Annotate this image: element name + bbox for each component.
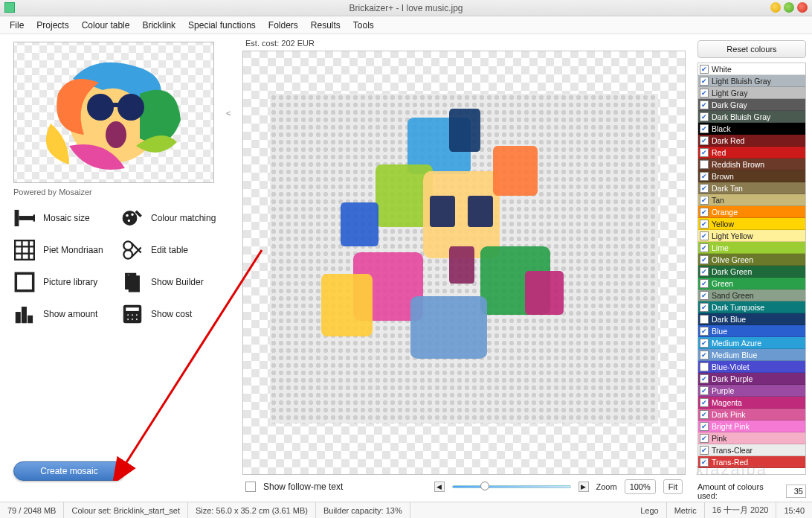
menu-colour-table[interactable]: Colour table (77, 18, 135, 33)
colour-row-olive-green[interactable]: ✔Olive Green (698, 254, 805, 266)
colour-checkbox[interactable] (700, 160, 709, 169)
reset-colours-button[interactable]: Reset colours (697, 40, 806, 58)
colour-row-dark-bluish-gray[interactable]: ✔Dark Bluish Gray (698, 111, 805, 123)
colour-checkbox[interactable]: ✔ (700, 255, 709, 264)
colour-row-dark-turquoise[interactable]: ✔Dark Turquoise (698, 301, 805, 313)
colour-checkbox[interactable]: ✔ (700, 303, 709, 312)
colour-checkbox[interactable]: ✔ (700, 148, 709, 157)
action-mosaic-size[interactable]: Mosaic size (13, 207, 114, 229)
maximize-button[interactable] (784, 2, 794, 13)
colour-row-pink[interactable]: ✔Pink (698, 432, 805, 444)
colour-row-light-bluish-gray[interactable]: ✔Light Bluish Gray (698, 75, 805, 87)
menu-folders[interactable]: Folders (263, 18, 303, 33)
colour-row-dark-blue[interactable]: Dark Blue (698, 313, 805, 325)
zoom-value[interactable]: 100% (625, 479, 656, 494)
colour-checkbox[interactable] (700, 362, 709, 371)
colour-checkbox[interactable]: ✔ (700, 458, 709, 467)
colour-checkbox[interactable]: ✔ (700, 220, 709, 228)
colour-name: Dark Tan (711, 184, 805, 193)
colour-row-dark-gray[interactable]: ✔Dark Gray (698, 99, 805, 111)
colour-checkbox[interactable]: ✔ (700, 327, 709, 336)
colour-list[interactable]: ✔White✔Light Bluish Gray✔Light Gray✔Dark… (697, 63, 806, 475)
menu-tools[interactable]: Tools (348, 18, 379, 33)
action-show-builder[interactable]: Show Builder (121, 271, 222, 293)
zoom-out-button[interactable]: ◀ (434, 482, 445, 492)
colour-checkbox[interactable]: ✔ (700, 398, 709, 407)
colour-row-light-gray[interactable]: ✔Light Gray (698, 87, 805, 99)
action-piet[interactable]: Piet Mondriaan (13, 239, 114, 261)
svg-point-17 (123, 250, 132, 259)
menu-projects[interactable]: Projects (31, 18, 74, 33)
colour-checkbox[interactable]: ✔ (700, 124, 709, 133)
colour-row-trans-red[interactable]: ✔Trans-Red (698, 456, 805, 468)
menu-special-functions[interactable]: Special functions (183, 18, 261, 33)
action-picture-lib[interactable]: Picture library (13, 271, 114, 293)
colour-row-dark-red[interactable]: ✔Dark Red (698, 135, 805, 147)
fit-button[interactable]: Fit (663, 479, 683, 494)
colour-checkbox[interactable]: ✔ (700, 267, 709, 276)
follow-me-checkbox[interactable] (245, 482, 256, 492)
colour-checkbox[interactable]: ✔ (700, 279, 709, 288)
colour-checkbox[interactable]: ✔ (700, 339, 709, 348)
colour-checkbox[interactable]: ✔ (700, 136, 709, 145)
zoom-slider[interactable] (452, 481, 571, 493)
colour-checkbox[interactable]: ✔ (700, 351, 709, 359)
colour-checkbox[interactable]: ✔ (700, 410, 709, 419)
colour-row-dark-tan[interactable]: ✔Dark Tan (698, 182, 805, 194)
colour-row-bright-pink[interactable]: ✔Bright Pink (698, 421, 805, 432)
minimize-button[interactable] (770, 2, 781, 13)
action-show-amount[interactable]: Show amount (13, 303, 114, 325)
colour-checkbox[interactable]: ✔ (700, 291, 709, 300)
colour-row-yellow[interactable]: ✔Yellow (698, 218, 805, 230)
colour-checkbox[interactable] (700, 315, 709, 324)
action-colour-matching[interactable]: Colour matching (121, 207, 222, 229)
colour-checkbox[interactable]: ✔ (700, 386, 709, 395)
action-show-cost[interactable]: Show cost (121, 303, 222, 325)
colour-checkbox[interactable]: ✔ (700, 184, 709, 193)
colour-row-medium-azure[interactable]: ✔Medium Azure (698, 337, 805, 349)
colour-row-dark-purple[interactable]: ✔Dark Purple (698, 373, 805, 385)
colour-checkbox[interactable]: ✔ (700, 172, 709, 181)
colour-row-red[interactable]: ✔Red (698, 147, 805, 159)
colour-checkbox[interactable]: ✔ (700, 243, 709, 252)
colour-row-white[interactable]: ✔White (698, 63, 805, 75)
colour-row-black[interactable]: ✔Black (698, 123, 805, 135)
colour-row-blue-violet[interactable]: Blue-Violet (698, 361, 805, 373)
menu-results[interactable]: Results (306, 18, 346, 33)
colour-row-sand-green[interactable]: ✔Sand Green (698, 290, 805, 301)
colour-checkbox[interactable]: ✔ (700, 112, 709, 121)
colour-row-medium-blue[interactable]: ✔Medium Blue (698, 349, 805, 361)
colour-checkbox[interactable]: ✔ (700, 89, 709, 97)
colour-checkbox[interactable]: ✔ (700, 231, 709, 240)
colour-row-reddish-brown[interactable]: Reddish Brown (698, 159, 805, 170)
close-button[interactable] (797, 2, 808, 13)
colour-row-tan[interactable]: ✔Tan (698, 194, 805, 206)
colour-row-orange[interactable]: ✔Orange (698, 206, 805, 218)
mosaic-canvas[interactable] (242, 51, 686, 475)
colour-checkbox[interactable]: ✔ (700, 374, 709, 383)
colour-row-green[interactable]: ✔Green (698, 278, 805, 290)
create-mosaic-button[interactable]: Create mosaic (13, 461, 125, 481)
menu-file[interactable]: File (4, 18, 29, 33)
colour-row-brown[interactable]: ✔Brown (698, 170, 805, 182)
menu-bricklink[interactable]: Bricklink (137, 18, 181, 33)
colour-checkbox[interactable]: ✔ (700, 434, 709, 443)
colour-checkbox[interactable]: ✔ (700, 100, 709, 109)
action-edit-table[interactable]: Edit table (121, 239, 222, 261)
colour-checkbox[interactable]: ✔ (700, 196, 709, 205)
colour-row-light-yellow[interactable]: ✔Light Yellow (698, 230, 805, 242)
colour-checkbox[interactable]: ✔ (700, 65, 709, 74)
collapse-left-toggle[interactable]: < (226, 109, 231, 118)
colour-checkbox[interactable]: ✔ (700, 208, 709, 217)
colour-row-lime[interactable]: ✔Lime (698, 242, 805, 254)
colour-checkbox[interactable]: ✔ (700, 77, 709, 86)
colour-row-dark-pink[interactable]: ✔Dark Pink (698, 409, 805, 421)
colour-row-trans-clear[interactable]: ✔Trans-Clear (698, 444, 805, 456)
colour-row-blue[interactable]: ✔Blue (698, 325, 805, 337)
zoom-in-button[interactable]: ▶ (579, 482, 589, 492)
colour-checkbox[interactable]: ✔ (700, 446, 709, 455)
colour-checkbox[interactable]: ✔ (700, 422, 709, 431)
colour-row-dark-green[interactable]: ✔Dark Green (698, 266, 805, 278)
colour-row-magenta[interactable]: ✔Magenta (698, 397, 805, 409)
colour-row-purple[interactable]: ✔Purple (698, 385, 805, 397)
